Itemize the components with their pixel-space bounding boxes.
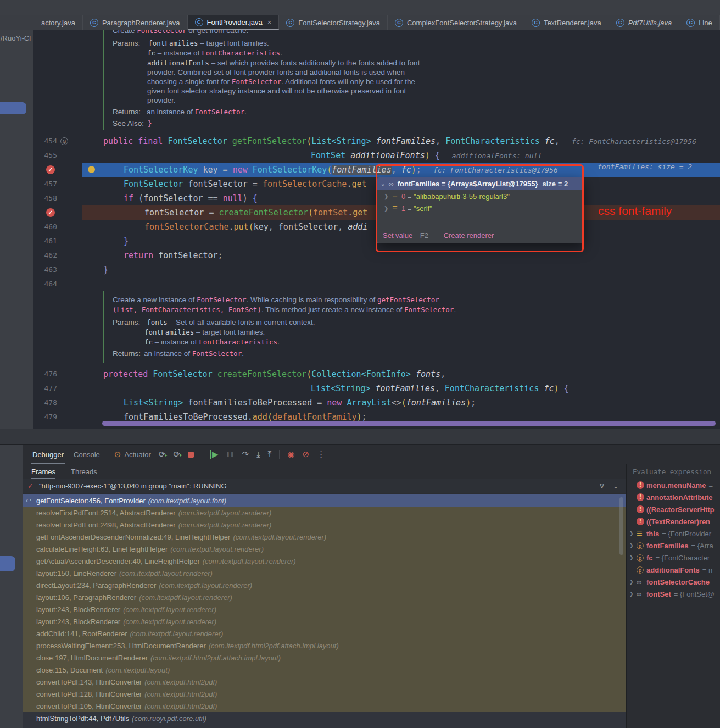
step-out-icon[interactable]: ⤒ xyxy=(268,450,272,459)
line-number[interactable]: 458 xyxy=(33,191,57,205)
chevron-right-icon[interactable]: ❯ xyxy=(629,555,637,560)
create-renderer-link[interactable]: Create renderer xyxy=(444,231,494,240)
stack-frame-row[interactable]: calculateLineHeight:63, LineHeightHelper… xyxy=(23,543,626,555)
variable-row[interactable]: ❯∞fontSet= {FontSet@ xyxy=(627,588,720,600)
editor-tab[interactable]: actory.java xyxy=(34,15,83,30)
stack-frame-row[interactable]: template:27, TemplateGuideContractContro… xyxy=(23,724,626,728)
variable-row[interactable]: padditionalFonts= n xyxy=(627,564,720,576)
more-icon[interactable]: ⋮ xyxy=(317,450,325,459)
frame-label: convertToPdf:105, HtmlConverter xyxy=(36,702,142,710)
stack-frame-row[interactable]: close:197, HtmlDocumentRenderer(com.itex… xyxy=(23,652,626,664)
line-number[interactable]: 464 xyxy=(33,277,57,291)
chevron-right-icon[interactable]: ❯ xyxy=(384,205,392,212)
panel-splitter[interactable] xyxy=(0,429,720,445)
evaluate-expression-field[interactable]: Evaluate expression xyxy=(627,464,720,479)
stack-frame-row[interactable]: layout:243, BlockRenderer(com.itextpdf.l… xyxy=(23,603,626,615)
stack-frame-row[interactable]: convertToPdf:105, HtmlConverter(com.itex… xyxy=(23,700,626,712)
frames-scrollbar[interactable] xyxy=(619,497,623,555)
chevron-down-icon[interactable]: ⌄ xyxy=(381,181,385,187)
view-breakpoints-icon[interactable]: ◉ xyxy=(287,450,294,459)
chevron-down-icon[interactable]: ⌄ xyxy=(613,482,618,490)
variable-row[interactable]: !((ReactorServerHttp xyxy=(627,503,720,515)
stack-frame-row[interactable]: resolveFirstPdfFont:2514, AbstractRender… xyxy=(23,507,626,519)
chevron-right-icon[interactable]: ❯ xyxy=(384,193,392,199)
tab-console[interactable]: Console xyxy=(72,445,101,464)
rerun-debug-icon[interactable]: ⟳● xyxy=(173,450,180,459)
mute-breakpoints-icon[interactable]: ⊘ xyxy=(303,450,310,459)
stack-frame-row[interactable]: htmlStringToPdf:44, Pdf7Utils(com.ruoyi.… xyxy=(23,712,626,724)
line-number[interactable]: 480 xyxy=(33,424,57,429)
tool-window-stripe-highlight[interactable] xyxy=(0,102,26,114)
rerun-icon[interactable]: ⟳▸ xyxy=(159,450,166,459)
line-number[interactable]: 457 xyxy=(33,177,57,191)
stack-frame-row[interactable]: getActualAscenderDescender:40, LineHeigh… xyxy=(23,555,626,567)
line-number[interactable]: 478 xyxy=(33,396,57,410)
variable-row[interactable]: ❯∞fontSelectorCache xyxy=(627,576,720,588)
debugger-value-popup[interactable]: ⌄ ∞ fontFamilies = {Arrays$ArrayList@179… xyxy=(377,177,584,243)
thread-status-row[interactable]: ✓ "http-nio-9307-exec-1"@13,040 in group… xyxy=(23,479,626,493)
line-number[interactable]: 477 xyxy=(33,381,57,396)
breakpoint-icon[interactable]: ✓ xyxy=(46,208,55,217)
stack-frame-row[interactable]: ↩getFontSelector:456, FontProvider(com.i… xyxy=(23,494,626,507)
variable-row[interactable]: !annotationAttribute xyxy=(627,491,720,503)
stack-frame-row[interactable]: convertToPdf:143, HtmlConverter(com.itex… xyxy=(23,676,626,688)
stack-frame-row[interactable]: resolveFirstPdfFont:2498, AbstractRender… xyxy=(23,519,626,531)
intention-bulb-icon[interactable] xyxy=(88,166,95,173)
breakpoint-icon[interactable]: ✓ xyxy=(46,165,55,174)
annotation-gutter-icon[interactable]: @ xyxy=(60,137,68,145)
popup-array-item[interactable]: ❯☰0 = "alibabapuhuiti-3-55-regularl3" xyxy=(377,190,583,202)
variable-row[interactable]: ❯pfontFamilies= {Arra xyxy=(627,540,720,552)
variable-row[interactable]: !menu.menuName= xyxy=(627,479,720,491)
tab-actuator[interactable]: ⊙Actuator xyxy=(114,449,151,459)
set-value-link[interactable]: Set value xyxy=(383,231,412,240)
line-number[interactable]: 455 xyxy=(33,148,57,163)
stack-frame-row[interactable]: directLayout:234, ParagraphRenderer(com.… xyxy=(23,579,626,591)
stop-icon[interactable] xyxy=(188,452,194,458)
line-number[interactable]: 463 xyxy=(33,263,57,277)
step-over-icon[interactable]: ↷ xyxy=(242,450,249,459)
editor-tab[interactable]: CFontSelectorStrategy.java xyxy=(279,15,388,30)
pause-icon[interactable]: ❚❚ xyxy=(226,450,235,459)
stack-frame-row[interactable]: close:115, Document(com.itextpdf.layout) xyxy=(23,664,626,676)
line-number[interactable]: 460 xyxy=(33,220,57,234)
editor-tab[interactable]: CLine xyxy=(679,15,720,30)
stack-frame-row[interactable]: processWaitingElement:253, HtmlDocumentR… xyxy=(23,640,626,652)
tab-debugger[interactable]: Debugger xyxy=(31,445,65,464)
variable-row[interactable]: ❯☰this= {FontProvider xyxy=(627,527,720,540)
editor-tab[interactable]: CPdf7Utils.java xyxy=(609,15,679,30)
code-token: , xyxy=(269,222,278,232)
doc-text: – Set of all available fonts in current … xyxy=(168,318,315,326)
line-number[interactable]: 461 xyxy=(33,234,57,248)
step-into-icon[interactable]: ⤓ xyxy=(256,450,260,459)
popup-header-row[interactable]: ⌄ ∞ fontFamilies = {Arrays$ArrayList@179… xyxy=(377,177,583,190)
line-number[interactable]: 462 xyxy=(33,248,57,263)
close-icon[interactable]: × xyxy=(267,18,272,26)
popup-array-item[interactable]: ❯☰1 = "serif" xyxy=(377,202,583,214)
line-number[interactable]: 476 xyxy=(33,367,57,381)
editor-tab[interactable]: CComplexFontSelectorStrategy.java xyxy=(388,15,524,30)
chevron-right-icon[interactable]: ❯ xyxy=(629,591,637,597)
doc-text: – target font families. xyxy=(198,39,269,47)
variable-row[interactable]: !((TextRenderer)ren xyxy=(627,515,720,527)
variable-row[interactable]: ❯pfc= {FontCharacter xyxy=(627,552,720,564)
stack-frame-row[interactable]: addChild:141, RootRenderer(com.itextpdf.… xyxy=(23,627,626,640)
line-number[interactable]: 454 xyxy=(33,134,57,148)
tool-window-stripe-highlight[interactable] xyxy=(0,556,15,571)
subtab-threads[interactable]: Threads xyxy=(71,464,97,479)
chevron-right-icon[interactable]: ❯ xyxy=(629,531,637,536)
editor-tab[interactable]: CTextRenderer.java xyxy=(524,15,609,30)
editor-tab[interactable]: CParagraphRenderer.java xyxy=(83,15,188,30)
line-number[interactable]: 479 xyxy=(33,410,57,424)
chevron-right-icon[interactable]: ❯ xyxy=(629,543,637,548)
stack-frame-row[interactable]: layout:150, LineRenderer(com.itextpdf.la… xyxy=(23,567,626,579)
stack-frame-row[interactable]: convertToPdf:128, HtmlConverter(com.itex… xyxy=(23,688,626,700)
chevron-right-icon[interactable]: ❯ xyxy=(629,579,637,585)
resume-icon[interactable]: ▶ xyxy=(210,450,219,459)
subtab-frames[interactable]: Frames xyxy=(31,464,55,479)
editor-tab[interactable]: CFontProvider.java× xyxy=(188,15,280,30)
filter-icon[interactable]: ∇ xyxy=(600,482,604,490)
doc-text: – instance of xyxy=(153,338,199,346)
stack-frame-row[interactable]: getFontAscenderDescenderNormalized:49, L… xyxy=(23,531,626,543)
stack-frame-row[interactable]: layout:243, BlockRenderer(com.itextpdf.l… xyxy=(23,615,626,627)
stack-frame-row[interactable]: layout:106, ParagraphRenderer(com.itextp… xyxy=(23,591,626,603)
